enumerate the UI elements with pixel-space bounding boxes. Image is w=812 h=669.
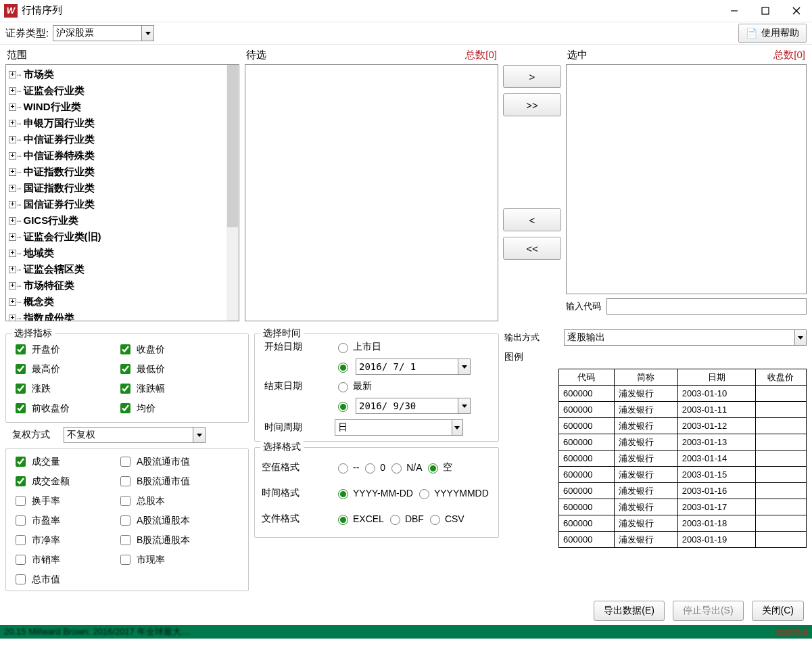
extra-checkbox[interactable]: 市现率 [118,551,233,568]
expand-icon[interactable]: + [9,152,16,160]
nullfmt-option[interactable]: -- [335,461,359,474]
export-button[interactable]: 导出数据(E) [594,601,665,621]
chevron-down-icon[interactable] [458,398,470,413]
indicator-checkbox[interactable]: 涨跌 [13,380,118,397]
minimize-button[interactable] [719,1,750,21]
chevron-down-icon[interactable] [452,420,462,435]
expand-icon[interactable]: + [9,87,16,95]
start-listday-radio[interactable]: 上市日 [335,341,381,353]
fq-value[interactable] [64,430,193,440]
extra-checkbox[interactable]: 换手率 [13,492,118,509]
indicator-checkbox[interactable]: 均价 [118,400,222,417]
chevron-down-icon[interactable] [193,428,205,442]
move-all-left-button[interactable]: << [503,237,561,260]
nullfmt-option[interactable]: 0 [362,461,385,474]
chevron-down-icon[interactable] [458,359,470,374]
maximize-button[interactable] [750,1,781,21]
extra-checkbox[interactable]: A股流通股本 [118,512,233,529]
tree-item[interactable]: +···中证指数行业类 [9,164,237,180]
nullfmt-option[interactable]: 空 [425,461,452,474]
indicator-checkbox[interactable]: 最高价 [13,361,118,377]
table-cell: 600000 [559,483,615,499]
indicator-checkbox[interactable]: 前收盘价 [13,400,118,417]
fq-select[interactable] [64,427,206,443]
start-date-radio[interactable] [335,361,350,373]
move-left-button[interactable]: < [503,208,561,231]
expand-icon[interactable]: + [9,201,16,208]
table-cell: 600000 [559,418,615,434]
end-date-field[interactable] [356,398,471,414]
indicator-checkbox[interactable]: 收盘价 [118,341,222,358]
nullfmt-option[interactable]: N/A [388,461,422,474]
move-all-right-button[interactable]: >> [503,93,561,116]
help-button[interactable]: 📄 使用帮助 [738,24,807,43]
security-type-value[interactable] [53,28,141,39]
tree-item[interactable]: +···GICS行业类 [9,212,237,229]
end-latest-radio[interactable]: 最新 [335,380,372,392]
output-mode-select[interactable] [564,329,807,346]
tree-item[interactable]: +···市场类 [9,66,237,83]
expand-icon[interactable]: + [9,168,16,176]
extra-checkbox[interactable]: B股流通股本 [118,532,233,549]
expand-icon[interactable]: + [9,185,16,192]
tree-item[interactable]: +···中信证券特殊类 [9,147,237,164]
extra-checkbox[interactable]: 市净率 [13,532,118,549]
extra-checkbox[interactable]: 市销率 [13,551,118,568]
expand-icon[interactable]: + [9,217,16,225]
stop-export-button[interactable]: 停止导出(S) [673,601,744,621]
timefmt-option[interactable]: YYYY-MM-DD [335,487,413,499]
candidate-list[interactable] [245,64,498,321]
extra-checkbox[interactable]: B股流通市值 [118,473,233,490]
tree-item[interactable]: +···申银万国行业类 [9,115,237,131]
tree-item[interactable]: +···国证指数行业类 [9,180,237,196]
extra-checkbox[interactable]: 总市值 [13,571,118,588]
expand-icon[interactable]: + [9,250,16,257]
expand-icon[interactable]: + [9,120,16,127]
code-input[interactable] [606,298,807,315]
tree-scrollbar[interactable] [226,65,239,321]
tree-item[interactable]: +···证监会行业类(旧) [9,229,237,245]
period-select[interactable] [335,419,463,436]
extra-checkbox[interactable]: 市盈率 [13,512,118,529]
filefmt-option[interactable]: DBF [387,513,424,525]
tree-item[interactable]: +···地域类 [9,245,237,261]
move-right-button[interactable]: > [503,65,561,88]
extra-checkbox[interactable]: 成交金额 [13,473,118,490]
indicator-checkbox[interactable]: 涨跌幅 [118,380,222,397]
filefmt-option[interactable]: EXCEL [335,513,384,525]
expand-icon[interactable]: + [9,103,16,111]
timefmt-option[interactable]: YYYYMMDD [416,487,489,499]
expand-icon[interactable]: + [9,233,16,241]
expand-icon[interactable]: + [9,266,16,273]
close-dialog-button[interactable]: 关闭(C) [752,601,804,621]
tree-item[interactable]: +···中信证券行业类 [9,131,237,147]
range-tree[interactable]: +···市场类+···证监会行业类+···WIND行业类+···申银万国行业类+… [5,64,239,321]
chevron-down-icon[interactable] [141,26,153,41]
tree-item[interactable]: +···市场特征类 [9,277,237,294]
security-type-select[interactable] [53,25,154,41]
table-row: 600000浦发银行2003-01-13 [559,434,807,451]
expand-icon[interactable]: + [9,282,16,290]
selected-list[interactable] [566,64,807,294]
tree-item[interactable]: +···证监会辖区类 [9,261,237,277]
start-date-field[interactable] [356,359,471,375]
tree-item[interactable]: +···证监会行业类 [9,83,237,99]
expand-icon[interactable]: + [9,71,16,78]
extra-checkbox[interactable]: A股流通市值 [118,453,233,470]
filefmt-option[interactable]: CSV [427,513,464,525]
indicator-checkbox[interactable]: 最低价 [118,361,222,377]
expand-icon[interactable]: + [9,136,16,143]
close-button[interactable] [781,1,812,21]
tree-item[interactable]: +···概念类 [9,294,237,310]
extra-checkbox[interactable]: 总股本 [118,492,233,509]
extra-checkbox[interactable]: 成交量 [13,453,118,470]
tree-item[interactable]: +···WIND行业类 [9,99,237,115]
expand-icon[interactable]: + [9,315,16,322]
scroll-thumb[interactable] [227,65,238,227]
end-date-radio[interactable] [335,400,350,412]
indicator-checkbox[interactable]: 开盘价 [13,341,118,358]
chevron-down-icon[interactable] [794,330,806,345]
expand-icon[interactable]: + [9,298,16,306]
tree-item[interactable]: +···国信证券行业类 [9,196,237,212]
tree-item[interactable]: +···指数成份类 [9,310,237,321]
